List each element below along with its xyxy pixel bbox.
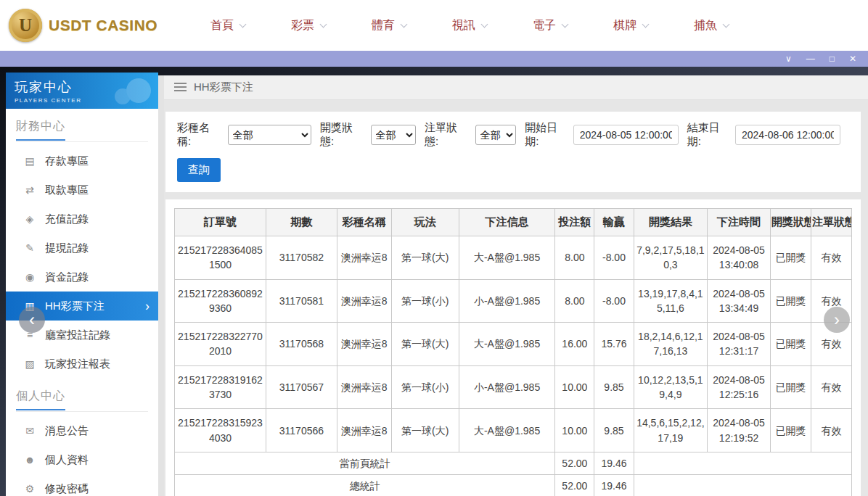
section-label: 財務中心 (16, 120, 65, 141)
bet-amount-cell: 16.00 (555, 323, 594, 366)
order-status-cell: 有效 (811, 365, 851, 409)
end-date-input[interactable] (735, 125, 840, 145)
sidebar-item-label: 取款專區 (45, 183, 89, 197)
lottery-name-cell: 澳洲幸运8 (337, 323, 391, 366)
order-no-cell: 2152172283227702010 (175, 323, 266, 366)
scroll-left-button[interactable]: ‹ (19, 307, 45, 333)
sidebar-item-change-password[interactable]: ⚙ 修改密碼 (6, 474, 158, 496)
sidebar-item-funds-record[interactable]: ◉ 資金記錄 (6, 263, 158, 292)
draw-status-cell: 已開獎 (770, 236, 811, 280)
sidebar-item-deposit[interactable]: ▤ 存款專區 (6, 146, 158, 175)
app-header: U USDT CASINO 首頁 彩票 體育 視訊 電子 棋牌 捕魚 (0, 0, 868, 51)
page-title: HH彩票下注 (194, 80, 253, 94)
nav-item-label: 捕魚 (694, 18, 717, 33)
col-lottery-name: 彩種名稱 (337, 209, 391, 236)
col-order-status: 注單狀態 (811, 209, 851, 236)
bet-time-cell: 2024-08-05 12:19:52 (708, 409, 771, 452)
play-type-cell: 第一球(大) (391, 236, 459, 280)
withdraw-icon: ⇄ (23, 184, 36, 196)
nav-item-slots[interactable]: 電子 (533, 18, 568, 33)
finance-menu: ▤ 存款專區 ⇄ 取款專區 ◈ 充值記錄 ✎ 提現記錄 ◉ 資金記錄 ▥ HH彩… (6, 146, 158, 379)
bet-time-cell: 2024-08-05 13:40:08 (708, 236, 771, 280)
table-row: 2152172283191623730 31170567 澳洲幸运8 第一球(小… (175, 365, 852, 409)
nav-item-home[interactable]: 首頁 (210, 18, 245, 33)
sidebar-item-recharge-record[interactable]: ◈ 充值記錄 (6, 204, 158, 233)
collapse-icon[interactable]: ∨ (785, 54, 792, 63)
col-order-no: 訂單號 (175, 209, 266, 236)
draw-result-cell: 18,2,14,6,12,17,16,13 (634, 323, 708, 366)
main-nav: 首頁 彩票 體育 視訊 電子 棋牌 捕魚 (210, 18, 729, 33)
close-icon[interactable]: ✕ (849, 54, 856, 63)
bet-amount-cell: 10.00 (555, 409, 594, 452)
bet-amount-cell: 10.00 (555, 365, 594, 409)
breadcrumb: HH彩票下注 (164, 75, 868, 100)
summary-win-loss-cell: 19.46 (594, 452, 634, 474)
order-status-select[interactable]: 全部 (475, 125, 517, 145)
win-loss-cell: -8.00 (594, 279, 634, 323)
hamburger-icon[interactable] (174, 83, 187, 92)
win-loss-cell: 9.85 (594, 409, 634, 452)
sidebar-item-label: 存款專區 (45, 154, 89, 168)
sidebar-item-player-bet-report[interactable]: ▨ 玩家投注報表 (6, 350, 158, 379)
draw-result-cell: 13,19,17,8,4,15,11,6 (634, 279, 708, 323)
sidebar-item-label: 廳室投註記錄 (45, 328, 110, 342)
maximize-icon[interactable]: □ (830, 54, 835, 63)
order-no-cell: 2152172283159234030 (175, 409, 266, 452)
sidebar-item-profile[interactable]: ☻ 個人資料 (6, 445, 158, 474)
bet-amount-cell: 8.00 (555, 279, 594, 323)
deposit-icon: ▤ (23, 155, 36, 167)
filter-panel: 彩種名稱: 全部 開獎狀態: 全部 注單狀態: 全 (165, 112, 861, 192)
col-period: 期數 (266, 209, 337, 236)
nav-item-card-games[interactable]: 棋牌 (613, 18, 648, 33)
minimize-icon[interactable]: — (806, 54, 815, 63)
bet-time-cell: 2024-08-05 12:25:16 (708, 365, 771, 409)
table-row: 2152172283159234030 31170566 澳洲幸运8 第一球(大… (175, 409, 852, 452)
bet-info-cell: 小-A盤@1.985 (459, 365, 554, 409)
order-no-cell: 2152172283608929360 (175, 279, 266, 323)
start-date-label: 開始日期: (525, 121, 568, 149)
start-date-input[interactable] (573, 125, 679, 145)
sidebar-item-withdrawal-record[interactable]: ✎ 提現記錄 (6, 233, 158, 263)
lottery-name-label: 彩種名稱: (177, 121, 223, 149)
decorative-chips-icon (126, 78, 151, 103)
nav-item-fishing[interactable]: 捕魚 (694, 18, 729, 33)
summary-empty-cell (634, 475, 851, 496)
lottery-name-cell: 澳洲幸运8 (337, 279, 391, 323)
draw-status-select[interactable]: 全部 (371, 125, 417, 145)
draw-status-cell: 已開獎 (770, 365, 811, 409)
draw-status-cell: 已開獎 (770, 279, 811, 323)
bet-info-cell: 小-A盤@1.985 (459, 279, 554, 323)
period-cell: 31170582 (266, 236, 337, 280)
col-draw-status: 開獎狀態 (770, 209, 811, 236)
chevron-down-icon (320, 20, 327, 28)
bet-info-cell: 大-A盤@1.985 (459, 236, 554, 280)
nav-item-label: 棋牌 (613, 18, 636, 33)
search-button[interactable]: 查詢 (177, 158, 221, 182)
col-bet-amount: 投注額 (555, 209, 594, 236)
gear-icon: ⚙ (23, 483, 36, 495)
page-summary-row: 當前頁統計 52.00 19.46 (175, 452, 852, 474)
order-status-label: 注單狀態: (425, 121, 470, 149)
order-no-cell: 2152172283191623730 (175, 365, 266, 409)
draw-status-label: 開獎狀態: (320, 121, 366, 149)
period-cell: 31170581 (266, 279, 337, 323)
nav-item-live-casino[interactable]: 視訊 (452, 18, 487, 33)
logo[interactable]: U USDT CASINO (0, 9, 173, 42)
sidebar-item-announcements[interactable]: ✉ 消息公告 (6, 416, 158, 445)
table-header-row: 訂單號 期數 彩種名稱 玩法 下注信息 投注額 輸贏 開獎結果 下注時間 開獎狀… (175, 209, 852, 236)
draw-status-cell: 已開獎 (770, 409, 811, 452)
sidebar-item-withdraw[interactable]: ⇄ 取款專區 (6, 175, 158, 204)
coin-logo-icon: U (9, 9, 42, 42)
lottery-name-cell: 澳洲幸运8 (337, 365, 391, 409)
lottery-name-select[interactable]: 全部 (228, 125, 311, 145)
nav-item-lottery[interactable]: 彩票 (291, 18, 326, 33)
bets-table-panel: 訂單號 期數 彩種名稱 玩法 下注信息 投注額 輸贏 開獎結果 下注時間 開獎狀… (165, 199, 861, 496)
bet-time-cell: 2024-08-05 12:31:17 (708, 323, 771, 366)
lottery-name-cell: 澳洲幸运8 (337, 236, 391, 280)
scroll-right-button[interactable]: › (824, 307, 850, 333)
summary-bet-amount-cell: 52.00 (555, 475, 594, 496)
chevron-down-icon (642, 20, 650, 28)
sidebar-item-label: 資金記錄 (45, 270, 89, 284)
nav-item-label: 視訊 (452, 18, 475, 33)
nav-item-sports[interactable]: 體育 (372, 18, 406, 33)
